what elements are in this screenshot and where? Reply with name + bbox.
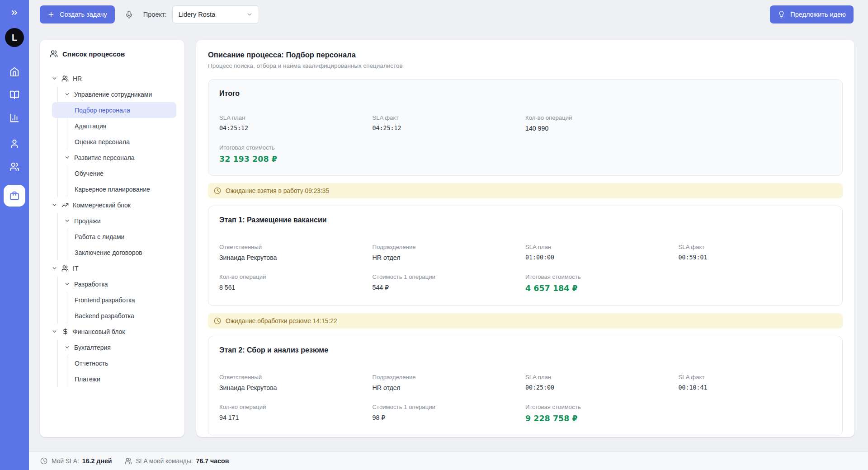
totals-sla-plan: SLA план 04:25:12: [219, 114, 373, 132]
tree-item-adaptation[interactable]: Адаптация: [67, 118, 175, 134]
stage-total-value: 9 228 758 ₽: [525, 414, 679, 423]
top-bar: Создать задачу Проект: Lidery Rosta Пред…: [29, 0, 868, 29]
stage-sla-plan: SLA план 00:25:00: [525, 374, 679, 391]
chevron-down-icon: [64, 344, 70, 350]
tree-group-development[interactable]: Разработка: [58, 276, 175, 292]
my-sla-value: 16.2 дней: [82, 457, 112, 465]
tree-group-accounting[interactable]: Бухгалтерия: [58, 339, 175, 355]
tree-children: Работа с лидами Заключение договоров: [67, 229, 175, 260]
tree-item-lead-work[interactable]: Работа с лидами: [67, 229, 175, 244]
user-icon[interactable]: [9, 139, 19, 149]
field-value: HR отдел: [373, 254, 526, 261]
field-value: 140 990: [525, 125, 679, 132]
tree-group-staff-management[interactable]: Управление сотрудниками: [58, 86, 175, 102]
users-icon: [125, 457, 132, 465]
tree-item-label: Продажи: [74, 217, 100, 225]
expand-sidebar-icon[interactable]: [10, 8, 19, 17]
process-description-card: Описание процесса: Подбор персонала Проц…: [196, 40, 854, 437]
microphone-icon: [125, 10, 133, 19]
users-icon[interactable]: [9, 162, 19, 172]
suggest-idea-label: Предложить идею: [790, 11, 846, 18]
stage-department: Подразделение HR отдел: [373, 244, 526, 261]
tree-children: Продажи Работа с лидами Заключение догов…: [57, 213, 175, 260]
stage-title: Этап 2: Сбор и анализ резюме: [219, 346, 831, 354]
bar-chart-icon[interactable]: [9, 113, 19, 123]
page-subtitle: Процесс поиска, отбора и найма квалифици…: [208, 62, 843, 69]
chevron-down-icon: [64, 155, 70, 160]
tree-item-career-planning[interactable]: Карьерное планирование: [67, 181, 175, 197]
waiting-banner: Ожидание взятия в работу 09:23:35: [208, 183, 843, 198]
field-value: 94 171: [219, 414, 373, 421]
field-value: Зинаида Рекрутова: [219, 384, 373, 391]
field-value: HR отдел: [373, 384, 526, 391]
tree-item-label: Адаптация: [75, 122, 106, 130]
tree-item-label: Платежи: [75, 376, 100, 383]
tree-group-hr[interactable]: HR: [49, 70, 175, 86]
left-rail: L: [0, 0, 29, 470]
plus-icon: [47, 11, 55, 18]
tree-group-commercial[interactable]: Коммерческий блок: [49, 197, 175, 213]
home-icon[interactable]: [9, 67, 19, 77]
tree-group-it[interactable]: IT: [49, 260, 175, 276]
field-label: Стоимость 1 операции: [373, 273, 526, 280]
suggest-idea-button[interactable]: Предложить идею: [770, 5, 854, 24]
tree-item-label: Бухгалтерия: [74, 344, 111, 351]
tree-children: Бухгалтерия Отчетность Платежи: [57, 339, 175, 387]
stage-sla-fact: SLA факт 00:10:41: [679, 374, 832, 391]
microphone-button[interactable]: [125, 10, 133, 19]
field-label: Ответственный: [219, 374, 373, 381]
tree-item-label: Развитие персонала: [74, 154, 135, 161]
tree-group-sales[interactable]: Продажи: [58, 213, 175, 229]
field-value: 04:25:12: [373, 125, 526, 132]
dollar-icon: [61, 328, 69, 335]
processes-active-item[interactable]: [4, 185, 25, 207]
status-bar: Мой SLA: 16.2 дней SLA моей команды: 76.…: [29, 451, 868, 470]
clock-icon: [214, 317, 221, 324]
trending-up-icon: [61, 202, 69, 209]
field-value: 8 561: [219, 284, 373, 291]
field-label: Итоговая стоимость: [525, 273, 679, 280]
waiting-banner: Ожидание обработки резюме 14:15:22: [208, 313, 843, 329]
tree-item-label: Карьерное планирование: [75, 186, 150, 193]
tree-item-label: HR: [73, 75, 82, 82]
field-value: 98 ₽: [373, 414, 526, 421]
app-logo[interactable]: L: [5, 28, 24, 47]
tree-item-label: Разработка: [74, 281, 108, 288]
project-select[interactable]: Lidery Rosta: [172, 5, 259, 24]
stage-total-cost: Итоговая стоимость 9 228 758 ₽: [525, 404, 679, 423]
stage-sla-plan: SLA план 01:00:00: [525, 244, 679, 261]
tree-item-label: Отчетность: [75, 360, 108, 367]
book-open-icon[interactable]: [9, 90, 19, 100]
stage-operations: Кол-во операций 8 561: [219, 273, 373, 293]
tree-children: Подбор персонала Адаптация Оценка персон…: [67, 102, 175, 150]
tree-group-finance[interactable]: Финансовый блок: [49, 324, 175, 339]
tree-item-label: Финансовый блок: [73, 328, 125, 335]
logo-letter: L: [12, 33, 17, 43]
clock-icon: [214, 187, 221, 194]
tree-item-training[interactable]: Обучение: [67, 165, 175, 181]
tree-item-staff-evaluation[interactable]: Оценка персонала: [67, 134, 175, 150]
lightbulb-icon: [778, 11, 785, 19]
my-sla-label: Мой SLA:: [52, 458, 79, 465]
waiting-banner-text: Ожидание обработки резюме 14:15:22: [226, 318, 337, 324]
team-sla-value: 76.7 часов: [196, 457, 229, 465]
chevron-down-icon: [64, 91, 70, 97]
tree-group-staff-development[interactable]: Развитие персонала: [58, 150, 175, 165]
users-icon: [61, 265, 69, 272]
tree-children: Frontend разработка Backend разработка: [67, 292, 175, 324]
tree-item-payments[interactable]: Платежи: [67, 371, 175, 387]
chevron-down-icon: [52, 329, 57, 334]
tree-item-reporting[interactable]: Отчетность: [67, 355, 175, 371]
totals-card: Итого SLA план 04:25:12 SLA факт 04:25:1…: [208, 79, 843, 176]
field-value: 04:25:12: [219, 125, 373, 132]
field-value: Зинаида Рекрутова: [219, 254, 373, 261]
tree-item-backend[interactable]: Backend разработка: [67, 308, 175, 324]
create-task-button[interactable]: Создать задачу: [40, 5, 115, 24]
tree-item-contract-signing[interactable]: Заключение договоров: [67, 244, 175, 260]
page-title: Описание процесса: Подбор персонала: [208, 51, 843, 59]
tree-item-frontend[interactable]: Frontend разработка: [67, 292, 175, 308]
create-task-label: Создать задачу: [60, 11, 107, 18]
field-label: SLA факт: [373, 114, 526, 121]
tree-item-recruiting-selected[interactable]: Подбор персонала: [52, 102, 176, 118]
chevron-down-icon: [64, 281, 70, 287]
